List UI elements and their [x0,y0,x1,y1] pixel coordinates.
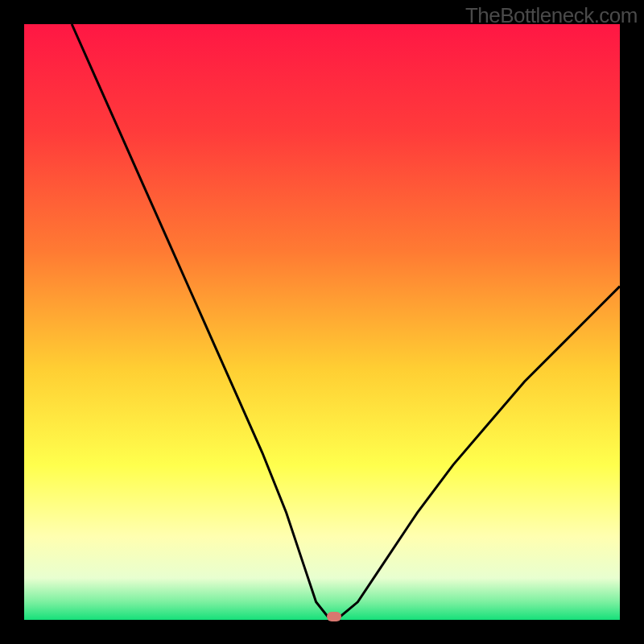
bottleneck-curve [72,24,620,617]
plot-area [24,24,620,620]
chart-frame: TheBottleneck.com [0,0,644,644]
watermark-text: TheBottleneck.com [465,3,638,28]
curve-svg [24,24,620,620]
optimal-marker [327,612,341,621]
